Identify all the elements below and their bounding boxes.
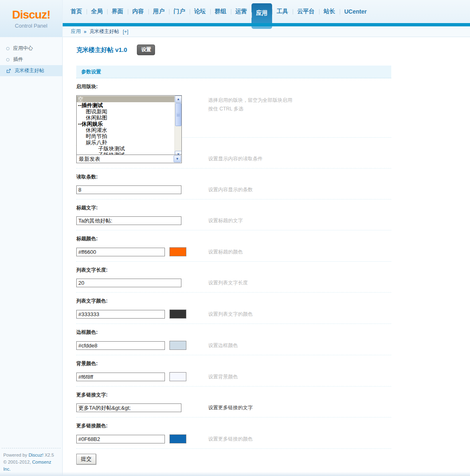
body-row: 应用中心 插件 克米楼主好帖 Powered by Discuz! X2.5 ©… <box>0 37 470 476</box>
field-description: 选择启用的版块，留空为全部版块启用 按住 CTRL 多选 <box>208 96 292 113</box>
listbox-option[interactable]: 时尚节拍 <box>77 133 174 139</box>
breadcrumb-current: 克米楼主好帖 <box>89 28 119 35</box>
brand-block: Discuz! Control Panel <box>0 0 63 37</box>
copyright-prefix: © 2001-2012, <box>3 460 32 464</box>
list-text-color-input[interactable] <box>76 310 165 319</box>
nav-item-global[interactable]: 全局 <box>87 0 107 23</box>
more-link-color-input[interactable] <box>76 435 165 443</box>
sidebar-item-kemi-plugin[interactable]: 克米楼主好帖 <box>0 65 62 76</box>
listbox-option[interactable]: 休闲贴图 <box>77 115 174 121</box>
listbox-option[interactable]: 休闲灌水 <box>77 127 174 133</box>
field-description: 设置列表文字的颜色 <box>208 311 253 318</box>
forum-listbox[interactable]: 空 --插件测试 图说新闻 休闲贴图 --休闲娱乐 休闲灌水 时尚节拍 娱乐八卦… <box>76 95 182 158</box>
field-description: 设置更多链接的颜色 <box>208 436 253 443</box>
border-color-input[interactable] <box>76 341 165 350</box>
field-description: 设置标题的颜色 <box>208 249 243 256</box>
background-color-input[interactable] <box>76 373 165 381</box>
accent-bar <box>63 23 470 26</box>
scrollbar-thumb[interactable] <box>175 103 181 126</box>
field-label: 背景颜色: <box>76 360 391 367</box>
discuz-link[interactable]: Discuz! <box>28 453 43 457</box>
color-swatch <box>169 434 186 443</box>
field-label: 标题颜色: <box>76 235 391 242</box>
discuz-logo: Discuz! <box>12 8 50 21</box>
breadcrumb-expand-link[interactable]: [+] <box>123 29 129 35</box>
sidebar-item-plugins[interactable]: 插件 <box>0 54 62 65</box>
breadcrumb-root-link[interactable]: 应用 <box>71 28 81 35</box>
nav-item-home[interactable]: 首页 <box>66 0 87 23</box>
nav-item-groups[interactable]: 群组 <box>210 0 231 23</box>
field-label: 列表文字长度: <box>76 267 391 274</box>
more-link-text-input[interactable] <box>76 403 181 412</box>
title-row: 克米楼主好帖 v1.0 设置 <box>76 45 470 55</box>
field-label: 边框颜色: <box>76 329 391 336</box>
field-label: 读取条数: <box>76 174 391 181</box>
chevron-down-icon: ▼ <box>174 155 181 162</box>
top-nav: 首页 全局 界面 内容 用户 门户 论坛 群组 运营 应用 工具 云平台 站长 … <box>63 0 470 23</box>
sidebar-item-app-center[interactable]: 应用中心 <box>0 43 62 54</box>
listbox-option[interactable]: 图说新闻 <box>77 108 174 115</box>
submit-button[interactable]: 提交 <box>76 454 96 464</box>
read-count-input[interactable] <box>76 185 181 194</box>
color-swatch <box>169 372 186 381</box>
circle-icon <box>6 58 9 61</box>
page-title: 克米楼主好帖 v1.0 <box>76 46 127 54</box>
header-right: 首页 全局 界面 内容 用户 门户 论坛 群组 运营 应用 工具 云平台 站长 … <box>63 0 470 37</box>
scroll-up-icon[interactable]: ▲ <box>175 96 182 103</box>
field-description: 设置更多链接的文字 <box>208 404 253 411</box>
select-value: 最新发表 <box>79 156 100 162</box>
field-row-enabled-forums: 启用版块: 空 --插件测试 图说新闻 休闲贴图 --休闲娱乐 休闲灌水 <box>76 78 391 138</box>
powered-by-line: Powered by Discuz! X2.5 <box>3 452 59 459</box>
field-description: 设置显示内容的读取条件 <box>208 155 263 162</box>
read-condition-select[interactable]: 最新发表 ▼ <box>76 155 182 163</box>
field-row-title-color: 标题颜色: 设置标题的颜色 <box>76 230 391 262</box>
field-row-more-link-text: 更多链接文字: 设置更多链接的文字 <box>76 387 391 417</box>
sidebar-item-label: 插件 <box>13 56 23 63</box>
nav-item-content[interactable]: 内容 <box>128 0 148 23</box>
field-row-list-text-color: 列表文字颜色: 设置列表文字的颜色 <box>76 293 391 324</box>
nav-item-operation[interactable]: 运营 <box>231 0 251 23</box>
nav-item-apps-active[interactable]: 应用 <box>251 3 272 23</box>
description-line: 选择启用的版块，留空为全部版块启用 <box>208 96 292 105</box>
field-row-background-color: 背景颜色: 设置背景颜色 <box>76 355 391 387</box>
field-description: 设置标题的文字 <box>208 217 243 224</box>
listbox-option[interactable]: 子版块测试 <box>77 145 174 152</box>
nav-item-ucenter[interactable]: UCenter <box>340 0 371 23</box>
title-text-input[interactable] <box>76 216 181 225</box>
header: Discuz! Control Panel 首页 全局 界面 内容 用户 门户 … <box>0 0 470 37</box>
title-color-input[interactable] <box>76 248 165 256</box>
field-description: 设置内容显示的条数 <box>208 186 253 193</box>
field-label: 启用版块: <box>76 83 391 90</box>
listbox-scrollbar[interactable]: ▲ ▼ <box>174 96 181 158</box>
field-row-title-text: 标题文字: 设置标题的文字 <box>76 199 391 230</box>
sidebar: 应用中心 插件 克米楼主好帖 Powered by Discuz! X2.5 ©… <box>0 37 63 476</box>
copyright-line: © 2001-2012, Comsenz Inc. <box>3 459 59 473</box>
nav-item-portal[interactable]: 门户 <box>169 0 190 23</box>
field-label: 列表文字颜色: <box>76 298 391 305</box>
settings-button[interactable]: 设置 <box>137 45 155 55</box>
field-description: 设置背景颜色 <box>208 373 238 380</box>
listbox-option[interactable]: --休闲娱乐 <box>77 121 174 127</box>
control-panel-page: Discuz! Control Panel 首页 全局 界面 内容 用户 门户 … <box>0 0 470 476</box>
listbox-option[interactable]: 娱乐八卦 <box>77 139 174 145</box>
list-text-length-input[interactable] <box>76 279 181 287</box>
nav-item-interface[interactable]: 界面 <box>107 0 128 23</box>
nav-item-users[interactable]: 用户 <box>148 0 169 23</box>
field-label: 更多链接颜色: <box>76 422 391 429</box>
description-line: 按住 CTRL 多选 <box>208 105 292 113</box>
nav-item-forum[interactable]: 论坛 <box>190 0 210 23</box>
nav-item-webmaster[interactable]: 站长 <box>319 0 340 23</box>
external-link-icon <box>6 68 11 73</box>
color-swatch <box>169 341 186 350</box>
brand-subtitle: Control Panel <box>15 23 47 29</box>
listbox-option[interactable]: --插件测试 <box>77 102 174 108</box>
field-label: 标题文字: <box>76 204 391 211</box>
field-row-more-link-color: 更多链接颜色: 设置更多链接的颜色 <box>76 417 391 449</box>
field-description: 设置边框颜色 <box>208 342 238 349</box>
nav-item-cloud[interactable]: 云平台 <box>293 0 319 23</box>
sidebar-item-label: 应用中心 <box>13 45 33 52</box>
field-label: 更多链接文字: <box>76 392 391 399</box>
settings-form: 参数设置 启用版块: 空 --插件测试 图说新闻 休闲贴图 <box>76 66 391 464</box>
listbox-option[interactable]: 空 <box>77 96 174 102</box>
nav-item-tools[interactable]: 工具 <box>272 0 293 23</box>
